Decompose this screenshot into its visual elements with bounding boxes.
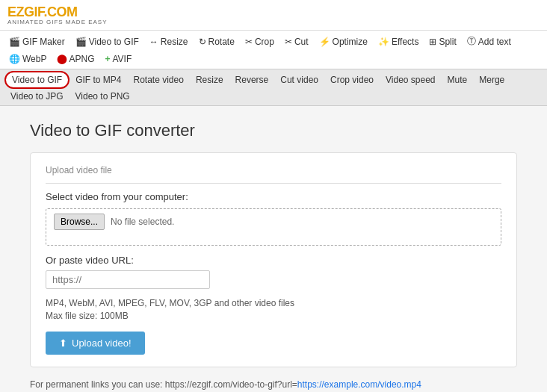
sub-nav-video-to-gif[interactable]: Video to GIF: [4, 71, 69, 89]
resize-icon: ↔: [149, 37, 158, 47]
logo-sub: ANIMATED GIFS MADE EASY: [7, 19, 108, 25]
header: EZGIF.COM ANIMATED GIFS MADE EASY: [0, 0, 547, 31]
top-nav-effects[interactable]: ✨ Effects: [374, 34, 423, 49]
upload-label: Upload video file: [46, 165, 501, 175]
top-nav-resize-label: Resize: [161, 37, 188, 47]
perm-link-url[interactable]: https://example.com/video.mp4: [297, 379, 421, 390]
split-icon: ⊞: [429, 37, 436, 47]
upload-icon: ⬆: [59, 337, 67, 349]
logo-area: EZGIF.COM ANIMATED GIFS MADE EASY: [7, 4, 108, 25]
sub-nav-video-speed[interactable]: Video speed: [380, 72, 442, 87]
top-nav-split[interactable]: ⊞ Split: [424, 34, 460, 49]
top-nav-optimize[interactable]: ⚡ Optimize: [315, 34, 372, 49]
top-nav: 🎬 GIF Maker 🎬 Video to GIF ↔ Resize ↻ Ro…: [0, 31, 547, 69]
logo: EZGIF.COM ANIMATED GIFS MADE EASY: [7, 4, 108, 25]
top-nav-add-text-label: Add text: [478, 37, 511, 47]
url-input[interactable]: [46, 270, 210, 289]
select-label: Select video from your computer:: [46, 191, 501, 202]
top-nav-webp-label: WebP: [22, 54, 46, 64]
top-nav-apng-label: APNG: [69, 54, 94, 64]
cut-icon: ✂: [285, 37, 292, 47]
crop-icon: ✂: [245, 37, 253, 47]
top-nav-gif-maker-label: GIF Maker: [22, 37, 65, 47]
top-nav-add-text[interactable]: Ⓣ Add text: [463, 33, 516, 50]
sub-nav-cut-video[interactable]: Cut video: [274, 72, 324, 87]
sub-nav-gif-to-mp4[interactable]: GIF to MP4: [69, 72, 127, 87]
top-nav-resize[interactable]: ↔ Resize: [145, 34, 193, 49]
permanent-link-section: For permanent links you can use: https:/…: [30, 379, 517, 390]
sub-nav-rotate-video[interactable]: Rotate video: [128, 72, 190, 87]
upload-divider: [46, 183, 501, 184]
sub-nav-mute[interactable]: Mute: [442, 72, 474, 87]
rotate-icon: ↻: [199, 37, 206, 47]
top-nav-gif-maker[interactable]: 🎬 GIF Maker: [4, 34, 69, 49]
sub-nav-crop-video[interactable]: Crop video: [324, 72, 380, 87]
sub-nav-merge[interactable]: Merge: [473, 72, 510, 87]
no-file-text: No file selected.: [111, 217, 174, 227]
top-nav-video-to-gif-label: Video to GIF: [89, 37, 139, 47]
top-nav-avif[interactable]: + AVIF: [100, 52, 136, 66]
effects-icon: ✨: [378, 37, 389, 47]
main-content: Video to GIF converter Upload video file…: [0, 106, 547, 392]
top-nav-video-to-gif[interactable]: 🎬 Video to GIF: [71, 34, 143, 49]
add-text-icon: Ⓣ: [467, 35, 476, 48]
file-drop-area: Browse... No file selected.: [46, 208, 501, 246]
file-input-row: Browse... No file selected.: [54, 214, 174, 230]
sub-nav-video-to-png[interactable]: Video to PNG: [69, 89, 136, 104]
top-nav-cut[interactable]: ✂ Cut: [280, 34, 313, 49]
top-nav-effects-label: Effects: [392, 37, 418, 47]
file-size: Max file size: 100MB: [46, 311, 501, 321]
apng-icon: ⬤: [57, 54, 67, 64]
file-formats: MP4, WebM, AVI, MPEG, FLV, MOV, 3GP and …: [46, 298, 501, 308]
top-nav-rotate-label: Rotate: [208, 37, 235, 47]
top-nav-cut-label: Cut: [294, 37, 309, 47]
webp-icon: 🌐: [9, 54, 20, 64]
upload-button-label: Upload video!: [72, 337, 132, 349]
top-nav-webp[interactable]: 🌐 WebP: [4, 52, 51, 66]
top-nav-crop[interactable]: ✂ Crop: [241, 34, 279, 49]
browse-button[interactable]: Browse...: [54, 214, 105, 230]
top-nav-rotate[interactable]: ↻ Rotate: [194, 34, 239, 49]
page-title: Video to GIF converter: [30, 121, 517, 140]
top-nav-crop-label: Crop: [255, 37, 274, 47]
url-label: Or paste video URL:: [46, 255, 501, 266]
top-nav-avif-label: AVIF: [113, 54, 132, 64]
optimize-icon: ⚡: [319, 37, 330, 47]
sub-nav-reverse[interactable]: Reverse: [229, 72, 275, 87]
logo-text: EZGIF.COM: [7, 4, 78, 19]
sub-nav-resize-video[interactable]: Resize: [190, 72, 229, 87]
top-nav-optimize-label: Optimize: [333, 37, 368, 47]
upload-button[interactable]: ⬆ Upload video!: [46, 332, 145, 355]
gif-maker-icon: 🎬: [9, 37, 20, 47]
top-nav-apng[interactable]: ⬤ APNG: [52, 52, 99, 66]
perm-link-text: For permanent links you can use: https:/…: [30, 379, 297, 390]
top-nav-split-label: Split: [439, 37, 456, 47]
avif-icon: +: [105, 54, 110, 64]
sub-nav-video-to-jpg[interactable]: Video to JPG: [4, 89, 69, 104]
video-to-gif-icon: 🎬: [75, 37, 87, 47]
upload-box: Upload video file Select video from your…: [30, 152, 517, 367]
sub-nav: Video to GIF GIF to MP4 Rotate video Res…: [0, 69, 547, 106]
